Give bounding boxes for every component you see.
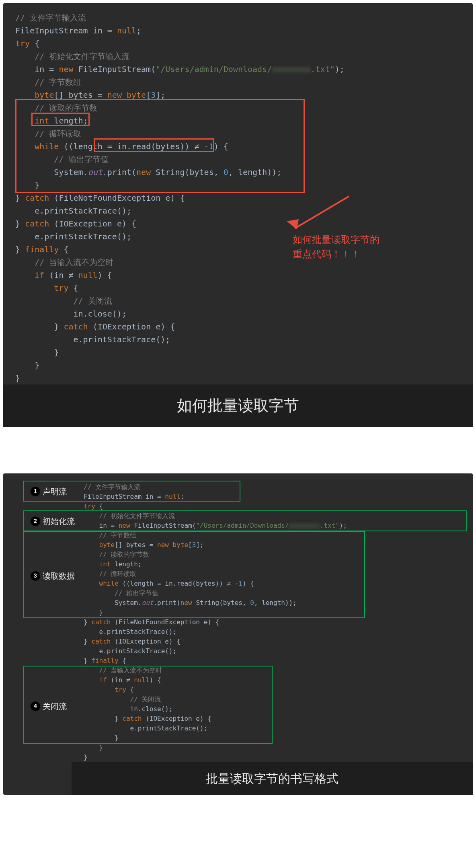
code-lines-2: // 文件字节输入流 FileInputStream in = null; tr…: [72, 482, 473, 762]
slide-title-1: 如何批量读取字节: [3, 385, 473, 427]
step-num-icon: 4: [31, 701, 40, 711]
step-label-4: 4关闭流: [31, 700, 67, 712]
step-label-2: 2初始化流: [31, 515, 75, 527]
code-annotation-block-1: // 文件字节输入流 FileInputStream in = null; tr…: [3, 3, 473, 427]
step-num-icon: 1: [31, 487, 40, 496]
step-label-1: 1声明流: [31, 485, 67, 498]
slide-title-2: 批量读取字节的书写格式: [72, 762, 473, 795]
step-label-3: 3读取数据: [31, 570, 75, 582]
code-annotation-block-2: // 文件字节输入流 FileInputStream in = null; tr…: [3, 473, 473, 795]
step-num-icon: 2: [31, 516, 40, 526]
code-lines: // 文件字节输入流 FileInputStream in = null; tr…: [3, 11, 473, 385]
step-num-icon: 3: [31, 571, 40, 581]
annotation-text: 如何批量读取字节的 重点代码！！！: [293, 232, 380, 261]
